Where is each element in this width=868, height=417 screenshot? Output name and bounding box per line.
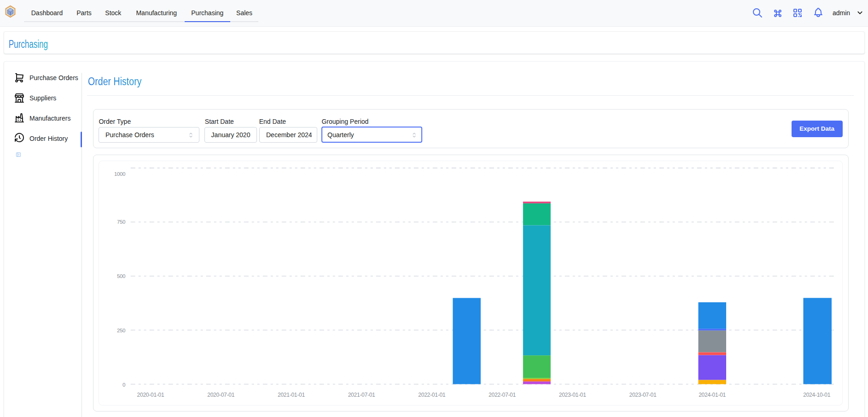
svg-text:2023-07-01: 2023-07-01 xyxy=(629,392,656,398)
svg-text:2020-01-01: 2020-01-01 xyxy=(137,392,164,398)
svg-text:2022-01-01: 2022-01-01 xyxy=(418,392,445,398)
svg-text:2021-01-01: 2021-01-01 xyxy=(278,392,305,398)
svg-text:750: 750 xyxy=(117,219,125,225)
svg-text:2023-01-01: 2023-01-01 xyxy=(559,392,586,398)
svg-text:0: 0 xyxy=(122,382,125,388)
svg-text:2022-07-01: 2022-07-01 xyxy=(489,392,516,398)
svg-text:250: 250 xyxy=(117,328,125,333)
svg-text:2024-01-01: 2024-01-01 xyxy=(699,392,726,398)
svg-text:2024-10-01: 2024-10-01 xyxy=(803,392,830,398)
svg-text:1000: 1000 xyxy=(114,171,125,177)
svg-text:500: 500 xyxy=(117,273,125,279)
svg-text:2021-07-01: 2021-07-01 xyxy=(348,392,375,398)
svg-text:2020-07-01: 2020-07-01 xyxy=(207,392,234,398)
